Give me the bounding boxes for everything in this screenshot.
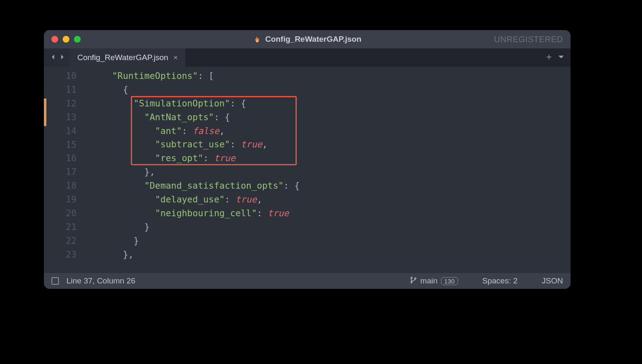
- code-content[interactable]: "RuntimeOptions": [ { "SimulationOption"…: [91, 67, 571, 273]
- token-keyword: false: [193, 126, 219, 136]
- token-punc: ,: [219, 126, 225, 136]
- token-punc: :: [198, 71, 209, 81]
- git-branch-status[interactable]: main 130: [410, 276, 458, 286]
- token-key: "subtract_use": [155, 139, 230, 149]
- line-number: 18: [44, 179, 91, 193]
- token-keyword: true: [235, 194, 257, 205]
- token-punc: :: [230, 139, 241, 149]
- indent-status[interactable]: Spaces: 2: [482, 276, 518, 286]
- line-number: 23: [44, 248, 91, 262]
- token-keyword: true: [268, 208, 289, 218]
- modified-lines-marker: [44, 99, 46, 126]
- status-checkbox[interactable]: [51, 277, 59, 285]
- tabbar-actions: [540, 48, 571, 67]
- file-fire-icon: [253, 35, 261, 43]
- code-line[interactable]: "AntNat_opts": {: [91, 111, 571, 124]
- branch-count-badge: 130: [441, 277, 458, 285]
- svg-point-1: [410, 281, 412, 283]
- code-line[interactable]: }: [91, 220, 571, 234]
- token-bracket: {: [241, 98, 246, 109]
- editor-window: Config_ReWaterGAP.json UNREGISTERED Conf…: [44, 30, 571, 289]
- line-number: 11: [44, 83, 91, 97]
- token-bracket: }: [144, 222, 150, 232]
- code-line[interactable]: "neighbouring_cell": true: [91, 207, 571, 220]
- branch-name: main: [420, 276, 438, 286]
- token-bracket: }: [123, 249, 128, 260]
- token-punc: :: [230, 98, 241, 109]
- line-number: 15: [44, 138, 91, 152]
- title-center: Config_ReWaterGAP.json: [253, 35, 361, 44]
- line-number: 13: [44, 111, 91, 124]
- token-key: "res_opt": [155, 153, 203, 163]
- code-line[interactable]: "Demand_satisfaction_opts": {: [91, 179, 571, 193]
- token-bracket: [: [209, 71, 214, 81]
- token-punc: ,: [257, 194, 262, 205]
- line-number: 19: [44, 193, 91, 207]
- unregistered-label: UNREGISTERED: [494, 35, 563, 44]
- token-key: "RuntimeOptions": [112, 71, 198, 81]
- token-key: "AntNat_opts": [144, 112, 214, 122]
- tabbar: Config_ReWaterGAP.json ×: [44, 48, 571, 67]
- line-number: 16: [44, 152, 91, 165]
- token-punc: ,: [262, 139, 268, 149]
- token-punc: :: [214, 112, 225, 122]
- nav-arrows: [44, 48, 70, 67]
- token-punc: ,: [150, 167, 155, 177]
- close-window-button[interactable]: [51, 36, 58, 43]
- token-key: "neighbouring_cell": [155, 208, 257, 218]
- code-line[interactable]: "res_opt": true: [91, 152, 571, 165]
- titlebar: Config_ReWaterGAP.json UNREGISTERED: [44, 30, 571, 48]
- nav-back-icon[interactable]: [50, 53, 57, 62]
- line-number: 21: [44, 220, 91, 234]
- line-number: 14: [44, 124, 91, 138]
- token-keyword: true: [214, 153, 235, 163]
- token-punc: :: [257, 208, 268, 218]
- token-key: "delayed_use": [155, 194, 225, 205]
- git-branch-icon: [410, 276, 417, 286]
- svg-point-2: [414, 278, 415, 279]
- line-number: 17: [44, 165, 91, 179]
- line-number: 22: [44, 234, 91, 248]
- window-title: Config_ReWaterGAP.json: [265, 35, 361, 44]
- tab-menu-icon[interactable]: [558, 53, 565, 62]
- token-bracket: }: [134, 235, 139, 246]
- line-gutter: 1011121314151617181920212223: [44, 67, 91, 273]
- token-keyword: true: [241, 139, 262, 149]
- editor-area[interactable]: 1011121314151617181920212223 "RuntimeOpt…: [44, 67, 571, 273]
- code-line[interactable]: "ant": false,: [91, 124, 571, 138]
- maximize-window-button[interactable]: [74, 36, 81, 43]
- token-punc: :: [284, 180, 295, 191]
- token-bracket: {: [294, 180, 300, 191]
- token-key: "SimulationOption": [134, 98, 230, 109]
- tab-active[interactable]: Config_ReWaterGAP.json ×: [70, 48, 186, 67]
- statusbar: Line 37, Column 26 main 130 Spaces: 2 JS…: [44, 273, 571, 289]
- token-punc: ,: [128, 249, 134, 260]
- line-number: 12: [44, 97, 91, 111]
- token-bracket: }: [144, 167, 150, 177]
- code-line[interactable]: }: [91, 234, 571, 248]
- tab-label: Config_ReWaterGAP.json: [77, 53, 168, 62]
- code-line[interactable]: "RuntimeOptions": [: [91, 69, 571, 83]
- token-key: "ant": [155, 126, 182, 136]
- line-number: 20: [44, 207, 91, 220]
- token-punc: :: [225, 194, 236, 205]
- code-line[interactable]: "subtract_use": true,: [91, 138, 571, 152]
- token-punc: :: [203, 153, 214, 163]
- code-line[interactable]: },: [91, 248, 571, 262]
- cursor-position[interactable]: Line 37, Column 26: [66, 276, 135, 286]
- traffic-lights: [51, 36, 81, 43]
- line-number: 10: [44, 69, 91, 83]
- code-line[interactable]: {: [91, 83, 571, 97]
- tab-close-icon[interactable]: ×: [173, 53, 178, 62]
- token-punc: :: [182, 126, 193, 136]
- token-bracket: {: [225, 112, 230, 122]
- svg-point-0: [410, 277, 412, 278]
- token-bracket: {: [123, 84, 128, 95]
- nav-forward-icon[interactable]: [59, 53, 66, 62]
- minimize-window-button[interactable]: [63, 36, 69, 43]
- new-tab-icon[interactable]: [545, 53, 553, 62]
- syntax-status[interactable]: JSON: [542, 276, 563, 286]
- code-line[interactable]: },: [91, 165, 571, 179]
- code-line[interactable]: "delayed_use": true,: [91, 193, 571, 207]
- code-line[interactable]: "SimulationOption": {: [91, 97, 571, 111]
